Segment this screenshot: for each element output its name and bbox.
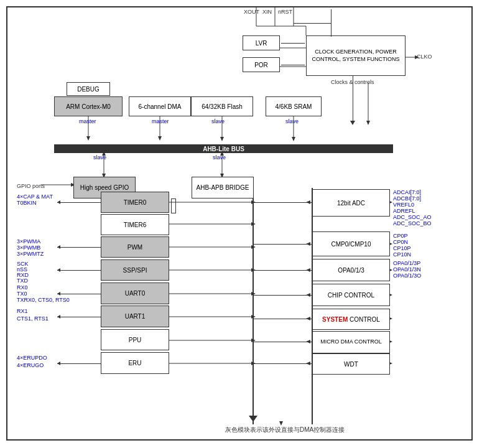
timer6-box: TIMER6 (101, 214, 169, 235)
pwma-label: 3×PWMA (17, 238, 40, 245)
vrefl-label: VREFL0 (393, 202, 414, 208)
slave3-label: slave (93, 154, 106, 161)
txrx0-label: TXRX0, CTS0, RTS0 (17, 297, 70, 303)
svg-marker-18 (220, 137, 224, 141)
chip-ctrl-box: CHIP CONTROL (312, 284, 390, 306)
rx0-label: RX0 (17, 284, 28, 291)
slave4-label: slave (213, 154, 226, 161)
lvr-box: LVR (243, 35, 280, 50)
opa-n-label: OPA0/1/3N (393, 266, 421, 273)
timer0-box: TIMER0 (101, 192, 169, 213)
timer0-port-indicator (171, 198, 176, 206)
flash-box: 64/32KB Flash (191, 96, 253, 116)
pwmb-label: 3×PWMB (17, 245, 40, 251)
eru-left-line (57, 363, 101, 364)
ahb-bus-bar: AHB-Lite BUS (54, 144, 393, 153)
bus-to-cmp-line (253, 244, 312, 245)
adc-soc-ao-label: ADC_SOC_AO (393, 214, 432, 220)
uart0-left-line (57, 294, 101, 294)
footer-label: 灰色模块表示该外设直接与DMA控制器连接 (225, 426, 345, 434)
adcbi-label: ADCBI[7:0] (393, 195, 421, 202)
timer0-port-indicator2 (171, 206, 176, 213)
eru-arrow-in (57, 362, 60, 365)
debug-box: DEBUG (67, 82, 110, 96)
svg-marker-16 (158, 136, 162, 141)
timer0-arrow-in (57, 200, 60, 204)
timer0-left-line (57, 202, 101, 203)
cp10p-label: CP10P (393, 245, 411, 251)
cap-mat-label: 4×CAP & MAT (17, 194, 53, 200)
cmp-box: CMP0/CMP10 (312, 231, 390, 256)
clocks-vline (353, 76, 353, 123)
outer-border: XOUT XIN nRST CLKO DEBUG ARM Cortex-M0 6… (6, 6, 473, 441)
adcai-label: ADCAI[7:0] (393, 189, 421, 195)
clko-label: CLKO (417, 54, 432, 60)
wdt-box: WDT (312, 353, 390, 375)
opa-o-label: OPA0/1/3O (393, 273, 421, 279)
slave2-label: slave (285, 118, 299, 124)
bus-down-arrow (249, 416, 257, 422)
ssp-arrow-in (57, 268, 60, 272)
erupdo-label: 4×ERUPDO (17, 355, 47, 361)
por-clock-line (281, 65, 305, 65)
clocks-arrow-down (350, 121, 355, 125)
uart1-arrow-in (57, 315, 60, 319)
uart0-arrow-in (57, 292, 60, 296)
gpio-ports-label: GPIO ports (17, 183, 45, 189)
xin-label: XIN (262, 9, 272, 15)
svg-marker-77 (279, 421, 283, 426)
bus-to-wdt-line (253, 363, 312, 364)
pwm-arrow-in (57, 245, 60, 249)
adc-box: 12bit ADC (312, 189, 390, 217)
ssp-left-line (57, 270, 101, 271)
cp10n-label: CP10N (393, 251, 411, 258)
pwm-left-line (57, 247, 101, 248)
master2-label: master (152, 118, 169, 124)
cts1-label: CTS1, RTS1 (17, 315, 49, 322)
tx0-label: TX0 (17, 291, 27, 297)
arm-box: ARM Cortex-M0 (54, 96, 123, 116)
xin-clock-hline (294, 23, 331, 24)
sys-ctrl-box: SYSTEM CONTROL (312, 309, 390, 330)
eru-box: ERU (101, 352, 169, 374)
clock-box: CLOCK GENERATION, POWER CONTROL, SYSTEM … (306, 35, 406, 76)
t0bkin-label: T0BKIN (17, 200, 37, 206)
dma-ctrl-box: MICRO DMA CONTROL (312, 331, 390, 353)
erugo-label: 4×ERUGO (17, 362, 44, 368)
opa-p-label: OPA0/1/3P (393, 260, 420, 266)
adrefl-label: ADREFL (393, 208, 415, 214)
bus-to-opa-line (253, 270, 312, 271)
ssp-box: SSP/SPI (101, 259, 169, 281)
cp0p-label: CP0P (393, 233, 408, 239)
sram-box: 4/6KB SRAM (266, 96, 322, 116)
adc-soc-bo-label: ADC_SOC_BO (393, 220, 432, 226)
pwmtz-label: 3×PWMTZ (17, 251, 44, 257)
bus-to-sys-line (253, 319, 312, 319)
lvr-clock-line (281, 43, 305, 44)
bus-to-chip-line (253, 295, 312, 296)
slave1-label: slave (211, 118, 225, 124)
por-box: POR (243, 57, 280, 72)
uart1-box: UART1 (101, 306, 169, 327)
svg-marker-20 (292, 137, 295, 141)
uart0-box: UART0 (101, 282, 169, 304)
uart1-left-line (57, 317, 101, 317)
dma-box: 6-channel DMA (129, 96, 191, 116)
xin-clock-vline (331, 9, 331, 37)
ahb-apb-box: AHB-APB BRIDGE (192, 177, 254, 198)
diagram-container: XOUT XIN nRST CLKO DEBUG ARM Cortex-M0 6… (0, 0, 482, 448)
bus-to-adc-line (253, 202, 312, 203)
pwm-box: PWM (101, 236, 169, 258)
master1-label: master (79, 118, 96, 124)
opa-box: OPA0/1/3 (312, 259, 390, 281)
ppu-box: PPU (101, 329, 169, 350)
cp0n-label: CP0N (393, 239, 408, 245)
rx1-label: RX1 (17, 308, 28, 314)
xout-label: XOUT (244, 9, 259, 15)
svg-marker-10 (366, 121, 370, 125)
bus-to-dma-line (253, 342, 312, 342)
txd-label: TXD (17, 278, 28, 284)
nrst-label: nRST (278, 9, 292, 15)
svg-marker-13 (86, 136, 90, 141)
